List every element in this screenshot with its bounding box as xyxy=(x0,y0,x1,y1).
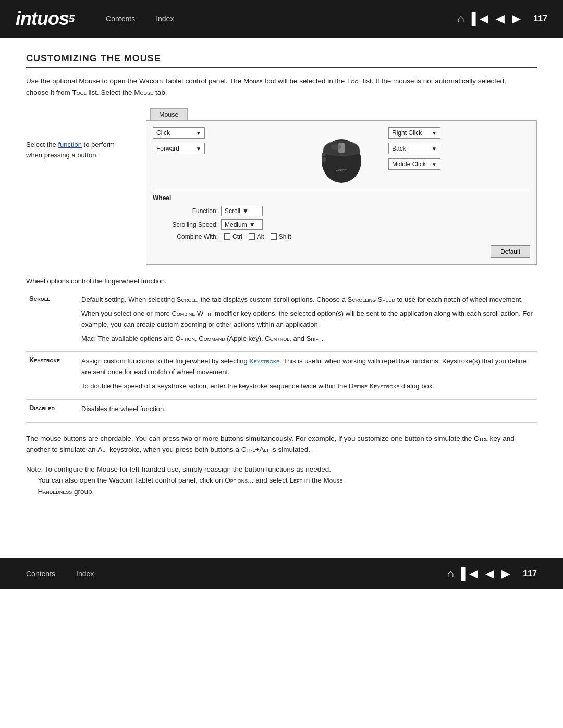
mouse-buttons-left: Click ▼ Forward ▼ xyxy=(153,127,295,154)
keystroke-definition: Assign custom functions to the fingerwhe… xyxy=(78,352,537,399)
footer-prev-icon[interactable]: ◀ xyxy=(485,567,494,581)
header-contents-link[interactable]: Contents xyxy=(106,15,135,23)
logo-intuos: intuos xyxy=(16,8,69,30)
header-icons: ⌂ ▌◀ ◀ ▶ 117 xyxy=(457,12,547,26)
function-row: Function: Scroll ▼ xyxy=(153,206,530,216)
function-label: Function: xyxy=(163,207,218,215)
middle-click-dropdown-row: Middle Click ▼ xyxy=(388,158,530,170)
prev-page-icon[interactable]: ◀ xyxy=(496,12,505,26)
svg-point-4 xyxy=(331,144,341,150)
footer-nav: Contents Index xyxy=(26,570,94,578)
right-click-dropdown[interactable]: Right Click ▼ xyxy=(388,127,440,139)
mouse-image-area: wacom xyxy=(300,127,383,184)
first-page-icon[interactable]: ▌◀ xyxy=(472,12,489,26)
click-dropdown-row: Click ▼ xyxy=(153,127,295,139)
svg-rect-2 xyxy=(322,157,326,162)
footer-first-icon[interactable]: ▌◀ xyxy=(461,567,479,581)
footer-page-number: 117 xyxy=(523,569,537,578)
alt-checkbox-item: Alt xyxy=(249,233,264,240)
back-dropdown-row: Back ▼ xyxy=(388,143,530,154)
mouse-tab[interactable]: Mouse xyxy=(150,108,188,120)
disabled-definition: Disables the wheel function. xyxy=(78,399,537,422)
right-click-dropdown-row: Right Click ▼ xyxy=(388,127,530,139)
mouse-svg: wacom xyxy=(310,127,373,184)
shift-label: Shift xyxy=(279,233,291,240)
content: CUSTOMIZING THE MOUSE Use the optional M… xyxy=(0,38,563,527)
next-page-icon[interactable]: ▶ xyxy=(512,12,521,26)
ctrl-checkbox[interactable] xyxy=(224,233,230,240)
table-row-keystroke: Keystroke Assign custom functions to the… xyxy=(26,352,537,399)
side-label: Select the function to perform when pres… xyxy=(26,108,130,265)
back-dropdown[interactable]: Back ▼ xyxy=(388,143,440,154)
footer: Contents Index ⌂ ▌◀ ◀ ▶ 117 xyxy=(0,558,563,589)
bottom-para-2: Note: To configure the Mouse for left-ha… xyxy=(26,464,527,498)
middle-click-dropdown-arrow: ▼ xyxy=(432,162,437,167)
logo-area: intuos5 xyxy=(16,8,75,30)
mouse-panel-wrapper: Mouse Click ▼ xyxy=(146,108,537,265)
intro-text: Use the optional Mouse to open the Wacom… xyxy=(26,76,527,98)
footer-home-icon[interactable]: ⌂ xyxy=(447,567,454,581)
combine-row: Combine With: Ctrl Alt Shift xyxy=(153,233,530,240)
panel-inner: Click ▼ Forward ▼ xyxy=(146,120,537,265)
function-dropdown[interactable]: Scroll ▼ xyxy=(221,206,263,216)
panel-section: Select the function to perform when pres… xyxy=(26,108,537,265)
page-number-header: 117 xyxy=(533,14,547,23)
shift-checkbox[interactable] xyxy=(271,233,277,240)
default-button[interactable]: Default xyxy=(491,245,530,258)
right-click-dropdown-arrow: ▼ xyxy=(432,130,437,136)
speed-dropdown[interactable]: Medium ▼ xyxy=(221,219,263,230)
middle-click-dropdown[interactable]: Middle Click ▼ xyxy=(388,158,440,170)
wheel-label: Wheel xyxy=(153,194,530,202)
forward-dropdown-row: Forward ▼ xyxy=(153,143,295,154)
footer-icons: ⌂ ▌◀ ◀ ▶ 117 xyxy=(447,567,537,581)
alt-label: Alt xyxy=(257,233,264,240)
page-title: CUSTOMIZING THE MOUSE xyxy=(26,53,537,68)
wheel-section: Wheel Function: Scroll ▼ Scrolling Speed… xyxy=(153,190,530,258)
home-icon[interactable]: ⌂ xyxy=(457,12,464,26)
speed-dropdown-arrow: ▼ xyxy=(249,221,255,228)
footer-next-icon[interactable]: ▶ xyxy=(501,567,510,581)
forward-dropdown[interactable]: Forward ▼ xyxy=(153,143,205,154)
function-dropdown-arrow: ▼ xyxy=(242,207,249,215)
alt-checkbox[interactable] xyxy=(249,233,255,240)
speed-label: Scrolling Speed: xyxy=(163,221,218,228)
scroll-definition: Default setting. When selecting Scroll, … xyxy=(78,290,537,352)
shift-checkbox-item: Shift xyxy=(271,233,291,240)
wheel-intro: Wheel options control the fingerwheel fu… xyxy=(26,277,537,285)
click-dropdown[interactable]: Click ▼ xyxy=(153,127,205,139)
speed-row: Scrolling Speed: Medium ▼ xyxy=(153,219,530,230)
header-nav: Contents Index xyxy=(106,15,174,23)
function-link[interactable]: function xyxy=(58,141,82,149)
svg-rect-3 xyxy=(322,153,326,156)
disabled-term: Disabled xyxy=(26,399,78,422)
description-table: Scroll Default setting. When selecting S… xyxy=(26,290,537,422)
footer-index-link[interactable]: Index xyxy=(76,570,94,578)
ctrl-checkbox-item: Ctrl xyxy=(224,233,242,240)
footer-contents-link[interactable]: Contents xyxy=(26,570,55,578)
mouse-buttons-right: Right Click ▼ Back ▼ Mid xyxy=(388,127,530,170)
combine-label: Combine With: xyxy=(163,233,218,240)
svg-text:wacom: wacom xyxy=(335,168,347,172)
back-dropdown-arrow: ▼ xyxy=(432,146,437,152)
scroll-term: Scroll xyxy=(26,290,78,352)
logo-5: 5 xyxy=(69,13,75,25)
bottom-para-1: The mouse buttons are chordable. You can… xyxy=(26,433,527,455)
ctrl-label: Ctrl xyxy=(232,233,242,240)
panel-tab-area: Mouse xyxy=(146,108,537,120)
table-row-scroll: Scroll Default setting. When selecting S… xyxy=(26,290,537,352)
mouse-buttons-row: Click ▼ Forward ▼ xyxy=(153,127,530,184)
header: intuos5 Contents Index ⌂ ▌◀ ◀ ▶ 117 xyxy=(0,0,563,38)
table-row-disabled: Disabled Disables the wheel function. xyxy=(26,399,537,422)
forward-dropdown-arrow: ▼ xyxy=(196,146,201,152)
header-index-link[interactable]: Index xyxy=(156,15,174,23)
click-dropdown-arrow: ▼ xyxy=(196,130,201,136)
keystroke-link[interactable]: Keystroke xyxy=(249,357,279,365)
keystroke-term: Keystroke xyxy=(26,352,78,399)
